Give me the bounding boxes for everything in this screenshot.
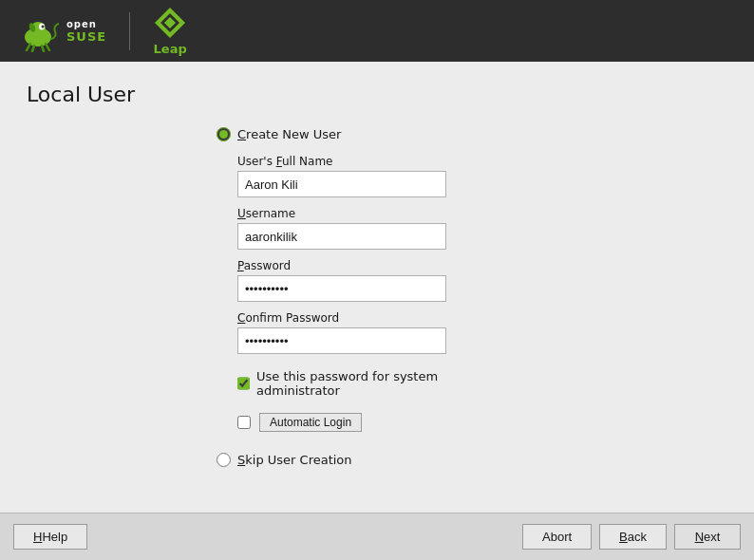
next-button[interactable]: Next bbox=[674, 524, 741, 550]
confirm-password-label: Confirm Password bbox=[237, 311, 446, 325]
username-input[interactable] bbox=[237, 223, 446, 250]
username-label: Username bbox=[237, 207, 446, 220]
header-divider bbox=[129, 12, 130, 50]
svg-line-5 bbox=[27, 44, 30, 50]
leap-diamond-icon bbox=[153, 6, 187, 40]
svg-line-7 bbox=[42, 46, 44, 51]
skip-user-creation-label: Skip User Creation bbox=[237, 453, 352, 467]
create-new-user-option[interactable]: Create New User bbox=[217, 127, 341, 141]
username-group: Username bbox=[237, 207, 446, 250]
opensuse-text: open SUSE bbox=[66, 19, 106, 44]
use-password-row: Use this password for system administrat… bbox=[237, 369, 446, 398]
use-password-label: Use this password for system administrat… bbox=[256, 369, 446, 398]
footer-right: Abort Back Next bbox=[522, 524, 741, 550]
svg-line-6 bbox=[32, 46, 34, 51]
footer-left: HHelp bbox=[13, 524, 87, 550]
skip-user-creation-option[interactable]: Skip User Creation bbox=[217, 453, 352, 467]
svg-line-8 bbox=[46, 44, 49, 50]
password-label: Password bbox=[237, 259, 446, 272]
full-name-input[interactable] bbox=[237, 171, 446, 197]
header: open SUSE Leap bbox=[0, 0, 754, 62]
full-name-label: User's Full Name bbox=[237, 155, 446, 168]
confirm-password-group: Confirm Password bbox=[237, 311, 446, 354]
abort-button[interactable]: Abort bbox=[522, 524, 592, 550]
skip-user-creation-radio[interactable] bbox=[217, 453, 231, 467]
use-password-checkbox[interactable] bbox=[237, 377, 250, 390]
main-content: Local User Create New User User's Full N… bbox=[0, 62, 754, 513]
create-new-user-radio[interactable] bbox=[217, 127, 231, 141]
footer: HHelp Abort Back Next bbox=[0, 513, 754, 560]
form-area: Create New User User's Full Name Usernam… bbox=[217, 127, 727, 467]
page-title: Local User bbox=[27, 83, 727, 106]
back-button[interactable]: Back bbox=[599, 524, 667, 550]
leap-logo: Leap bbox=[153, 6, 187, 56]
svg-point-3 bbox=[42, 25, 45, 28]
leap-label: Leap bbox=[154, 42, 187, 56]
auto-login-checkbox[interactable] bbox=[237, 416, 251, 429]
auto-login-row: Automatic Login bbox=[237, 413, 446, 432]
fields-block: User's Full Name Username Password Confi… bbox=[237, 155, 446, 432]
chameleon-icon bbox=[17, 10, 59, 52]
password-input[interactable] bbox=[237, 275, 446, 302]
confirm-password-input[interactable] bbox=[237, 327, 446, 354]
opensuse-logo: open SUSE bbox=[17, 10, 106, 52]
full-name-group: User's Full Name bbox=[237, 155, 446, 197]
password-group: Password bbox=[237, 259, 446, 302]
automatic-login-button[interactable]: Automatic Login bbox=[259, 413, 362, 432]
create-new-user-label: Create New User bbox=[237, 127, 341, 141]
help-button[interactable]: HHelp bbox=[13, 524, 87, 550]
